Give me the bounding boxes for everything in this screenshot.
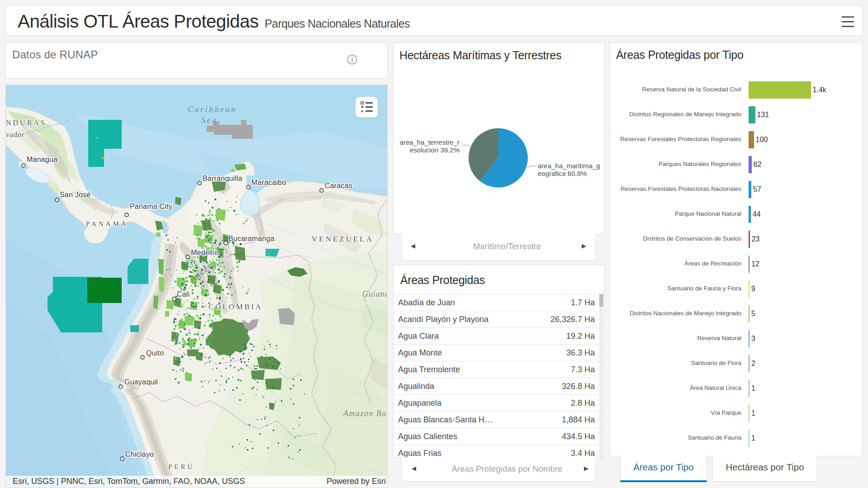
svg-text:VENEZUELA: VENEZUELA (312, 235, 374, 243)
svg-text:Cali: Cali (177, 290, 190, 298)
svg-text:Sea: Sea (201, 116, 218, 125)
svg-text:NDURAS: NDURAS (6, 119, 47, 127)
svg-text:Guayaquil: Guayaquil (124, 378, 158, 386)
svg-text:esolucion 39.2%: esolucion 39.2% (410, 146, 460, 154)
svg-text:Chiclayo: Chiclayo (125, 450, 154, 458)
svg-text:Caracas: Caracas (325, 182, 352, 190)
svg-text:Bucaramanga: Bucaramanga (228, 235, 275, 242)
svg-text:PERÚ: PERÚ (168, 463, 194, 470)
svg-text:PANAMÁ: PANAMÁ (86, 220, 128, 227)
svg-text:Barranquilla: Barranquilla (203, 175, 242, 182)
svg-text:Maracaibo: Maracaibo (251, 179, 286, 186)
svg-text:Managua: Managua (27, 156, 57, 163)
svg-text:Medellín: Medellín (191, 249, 219, 256)
svg-text:Quito: Quito (146, 349, 164, 357)
svg-text:Caribbean: Caribbean (188, 105, 237, 114)
svg-text:area_ha_terrestre_r: area_ha_terrestre_r (399, 138, 460, 146)
svg-text:Amazon Ba: Amazon Ba (343, 409, 387, 418)
svg-text:vador: vador (6, 131, 24, 138)
svg-text:San José: San José (60, 191, 90, 199)
svg-text:Panama City: Panama City (130, 203, 172, 210)
svg-text:Guiana: Guiana (362, 289, 388, 298)
svg-text:area_ha_maritima_g: area_ha_maritima_g (538, 162, 600, 170)
svg-text:COLOMBIA: COLOMBIA (209, 303, 262, 311)
svg-text:eografica 60.8%: eografica 60.8% (538, 170, 587, 177)
